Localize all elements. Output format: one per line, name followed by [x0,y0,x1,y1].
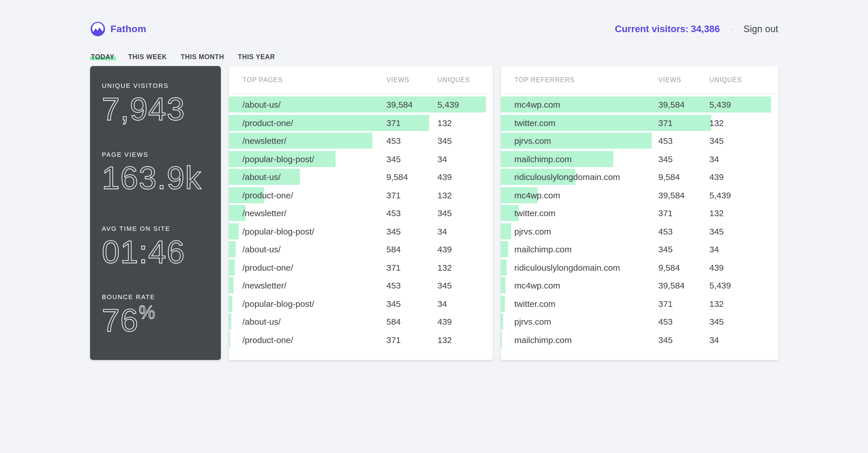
row-bar [500,259,506,275]
table-row: mc4wp.com 39,584 5,439 [500,96,778,113]
row-label: /popular-blog-post/ [242,226,314,236]
table-row: /about-us/ 584 439 [228,313,493,330]
sign-out-button[interactable]: Sign out [744,24,778,34]
row-label: mc4wp.com [514,281,560,290]
row-uniques: 439 [437,317,452,327]
row-uniques: 34 [437,154,447,164]
col-header-uniques: UNIQUES [709,76,742,83]
row-label: pjrvs.com [514,317,551,327]
row-label: twitter.com [514,299,555,308]
row-bar [500,332,502,348]
row-label: ridiculouslylongdomain.com [514,172,620,182]
row-bar [500,313,503,330]
table-row: /newsletter/ 453 345 [228,277,493,293]
row-views: 345 [386,299,401,308]
table-row: /popular-blog-post/ 345 34 [228,223,493,239]
table-row: /about-us/ 9,584 439 [228,169,493,185]
stat-bounce-rate: BOUNCE RATE 76% [102,293,214,336]
row-uniques: 345 [437,208,452,218]
table-row: /product-one/ 371 132 [228,332,493,348]
tab-this-year[interactable]: THIS YEAR [237,53,276,61]
current-visitors-label: Current visitors: [615,24,689,34]
table-row: /newsletter/ 453 345 [228,205,493,221]
stat-unique-visitors: UNIQUE VISITORS 7,943 [102,82,214,125]
tab-this-week[interactable]: THIS WEEK [127,53,168,61]
stat-label: UNIQUE VISITORS [102,82,214,89]
cards-row: UNIQUE VISITORS 7,943 PAGE VIEWS 163.9k … [90,66,778,360]
row-uniques: 345 [709,226,724,236]
current-visitors-link[interactable]: Current visitors:34,386 [615,24,720,34]
table-title: TOP PAGES [242,76,283,83]
table-row: pjrvs.com 453 345 [500,313,778,330]
table-row: /popular-blog-post/ 345 34 [228,151,493,167]
summary-stats-card: UNIQUE VISITORS 7,943 PAGE VIEWS 163.9k … [90,66,221,360]
page-container: Fathom Current visitors:34,386 · Sign ou… [90,0,778,360]
row-uniques: 34 [709,154,719,164]
row-bar [228,223,239,239]
row-uniques: 5,439 [709,100,731,109]
row-label: mailchimp.com [514,154,572,164]
row-bar [228,259,235,275]
table-row: twitter.com 371 132 [500,295,778,311]
dot-separator: · [730,24,733,34]
row-label: /about-us/ [242,172,281,182]
header: Fathom Current visitors:34,386 · Sign ou… [90,0,778,37]
tab-this-month[interactable]: THIS MONTH [180,53,225,61]
row-uniques: 5,439 [709,190,731,200]
row-views: 371 [386,335,401,344]
stat-label: AVG TIME ON SITE [102,225,214,232]
row-uniques: 132 [437,335,452,344]
table-row: mc4wp.com 39,584 5,439 [500,187,778,203]
stat-label: PAGE VIEWS [102,151,214,158]
row-uniques: 34 [437,299,447,308]
row-label: ridiculouslylongdomain.com [514,262,620,272]
row-bar [228,241,236,257]
row-uniques: 345 [437,281,452,290]
row-views: 345 [658,154,673,164]
col-header-uniques: UNIQUES [437,76,470,83]
col-header-views: VIEWS [658,76,681,83]
table-row: mailchimp.com 345 34 [500,332,778,348]
row-bar [228,313,231,330]
table-row: ridiculouslylongdomain.com 9,584 439 [500,259,778,275]
header-right: Current visitors:34,386 · Sign out [615,24,778,34]
row-views: 453 [386,281,401,290]
stat-page-views: PAGE VIEWS 163.9k [102,151,214,194]
row-views: 371 [658,208,673,218]
row-uniques: 439 [709,172,724,182]
row-uniques: 132 [709,299,724,308]
row-views: 453 [386,136,401,145]
row-views: 453 [658,317,673,327]
row-views: 371 [658,118,673,128]
tab-today[interactable]: TODAY [90,53,116,61]
row-views: 371 [386,190,401,200]
row-uniques: 345 [709,317,724,327]
row-bar [500,223,512,239]
row-uniques: 439 [437,172,452,182]
stat-value: 7,943 [102,93,214,125]
table-rows: /about-us/ 39,584 5,439 /product-one/ 37… [228,94,493,348]
table-row: /popular-blog-post/ 345 34 [228,295,493,311]
current-visitors-value: 34,386 [691,24,720,34]
stat-value: 76% [102,304,214,336]
row-views: 9,584 [658,262,680,272]
table-row: mc4wp.com 39,584 5,439 [500,277,778,293]
row-uniques: 132 [437,118,452,128]
period-tabs: TODAY THIS WEEK THIS MONTH THIS YEAR [90,53,778,61]
table-row: /about-us/ 39,584 5,439 [228,96,493,113]
row-bar [228,277,234,293]
table-title: TOP REFERRERS [514,76,575,83]
row-uniques: 439 [437,244,452,254]
row-views: 345 [386,154,401,164]
col-header-views: VIEWS [386,76,409,83]
row-label: /newsletter/ [242,136,286,145]
row-views: 371 [386,262,401,272]
row-views: 371 [658,299,673,308]
row-label: /product-one/ [242,262,293,272]
row-label: /about-us/ [242,100,281,109]
table-row: mailchimp.com 345 34 [500,151,778,167]
row-label: /newsletter/ [242,281,286,290]
brand-logo[interactable]: Fathom [90,21,146,37]
top-referrers-card: TOP REFERRERS VIEWS UNIQUES mc4wp.com 39… [500,66,778,360]
row-label: mailchimp.com [514,244,572,254]
